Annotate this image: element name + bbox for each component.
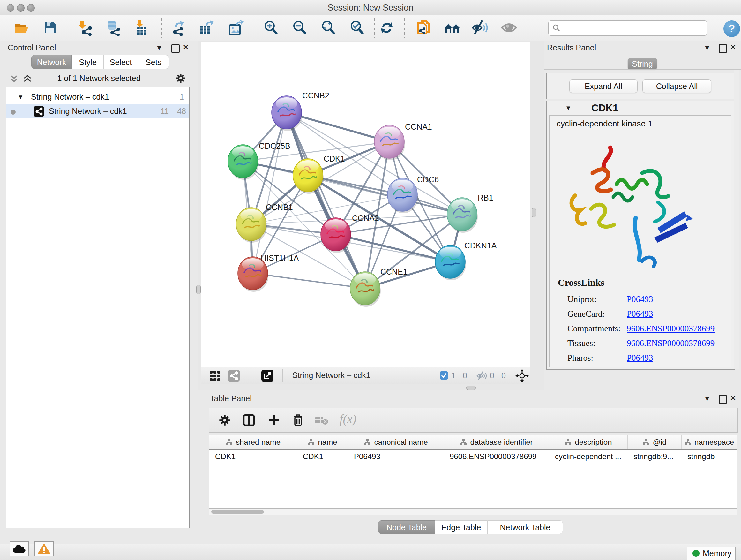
hidden-eye-slash-icon[interactable]	[476, 371, 487, 382]
tab-sets[interactable]: Sets	[138, 55, 169, 69]
crosslink-value-link[interactable]: 9606.ENSP00000378699	[627, 338, 715, 348]
entry-expander-icon[interactable]: ▼	[565, 105, 571, 112]
table-cell[interactable]: CDK1	[297, 449, 348, 463]
grid-view-icon[interactable]	[209, 370, 220, 383]
node-cdc6[interactable]: CDC6	[387, 175, 439, 213]
memory-button[interactable]: Memory	[687, 547, 736, 560]
tab-network-table[interactable]: Network Table	[487, 520, 563, 534]
function-builder-icon-disabled[interactable]: f(x)	[340, 412, 356, 426]
crosslink-value-link[interactable]: P06493	[627, 353, 653, 363]
column-header-description[interactable]: description	[549, 435, 628, 449]
birds-eye-toggle-icon[interactable]	[515, 369, 529, 384]
table-panel-menu-icon[interactable]: ▼	[703, 394, 711, 403]
tab-node-table[interactable]: Node Table	[378, 520, 435, 534]
zoom-out-button[interactable]	[292, 20, 308, 36]
delete-table-icon-disabled[interactable]	[315, 416, 329, 427]
network-options-gear-icon[interactable]	[175, 72, 186, 85]
network-canvas[interactable]: CCNB2CCNA1CDC25BCDK1CDC6RB1CCNB1CCNA2CDK…	[201, 43, 530, 367]
table-row[interactable]: CDK1CDK1P064939606.ENSP00000378699cyclin…	[209, 449, 737, 464]
table-cell[interactable]: stringdb:9...	[628, 449, 682, 463]
zoom-selected-button[interactable]	[349, 20, 365, 36]
table-panel-float-icon[interactable]	[719, 395, 727, 403]
export-network-button[interactable]	[171, 20, 186, 36]
left-splitter-handle[interactable]	[196, 285, 201, 294]
delete-column-trash-icon[interactable]	[292, 413, 305, 428]
search-input[interactable]	[548, 20, 707, 36]
crosslink-value-link[interactable]: P06493	[627, 294, 653, 304]
help-button[interactable]: ?	[724, 20, 740, 37]
table-settings-gear-icon[interactable]	[218, 414, 231, 428]
tab-network[interactable]: Network	[31, 55, 72, 69]
results-panel-float-icon[interactable]	[719, 44, 727, 53]
node-rb1[interactable]: RB1	[447, 193, 493, 233]
tab-style[interactable]: Style	[72, 55, 104, 69]
control-panel-close-icon[interactable]: ✕	[183, 43, 189, 52]
table-panel-close-icon[interactable]: ✕	[730, 394, 736, 402]
column-header-name[interactable]: name	[297, 435, 348, 449]
node-cdkn1a[interactable]: CDKN1A	[435, 241, 497, 280]
save-session-button[interactable]	[42, 20, 58, 36]
network-graph[interactable]: CCNB2CCNA1CDC25BCDK1CDC6RB1CCNB1CCNA2CDK…	[201, 43, 530, 367]
table-horizontal-scrollbar[interactable]	[209, 509, 737, 515]
tab-select[interactable]: Select	[104, 55, 138, 69]
hide-eye-button[interactable]	[471, 20, 487, 36]
collapse-all-networks-icon[interactable]	[10, 74, 18, 84]
cloud-button[interactable]	[10, 542, 29, 556]
warning-button[interactable]	[35, 542, 54, 556]
expand-all-button[interactable]: Expand All	[569, 79, 637, 93]
control-panel-menu-icon[interactable]: ▼	[155, 43, 163, 52]
column-header--id[interactable]: @id	[628, 435, 682, 449]
bottom-splitter-handle[interactable]	[466, 386, 476, 390]
zoom-in-button[interactable]	[263, 20, 279, 36]
results-vertical-scrollbar[interactable]	[734, 70, 739, 369]
node-cdk1[interactable]: CDK1	[293, 154, 345, 194]
node-hist1h1a[interactable]: HIST1H1A	[238, 253, 299, 292]
control-panel-float-icon[interactable]	[172, 44, 180, 53]
network-file-share-button[interactable]	[415, 20, 431, 36]
table-cell[interactable]: stringdb	[682, 449, 737, 463]
tab-edge-table[interactable]: Edge Table	[435, 520, 487, 534]
scrollbar-thumb[interactable]	[211, 510, 264, 514]
column-header-canonical-name[interactable]: canonical name	[348, 435, 444, 449]
expand-all-networks-icon[interactable]	[23, 74, 32, 84]
table-cell[interactable]: CDK1	[209, 449, 297, 463]
column-header-database-identifier[interactable]: database identifier	[444, 435, 549, 449]
table-cell[interactable]: P06493	[348, 449, 444, 463]
crosslink-value-link[interactable]: 9606.ENSP00000378699	[627, 324, 715, 334]
edge-hist1h1a-ccne1[interactable]	[253, 273, 365, 288]
import-table-file-button[interactable]	[134, 20, 150, 36]
right-splitter-handle[interactable]	[532, 208, 536, 217]
selected-checkbox-icon[interactable]	[440, 371, 448, 380]
node-label: CDK1	[324, 154, 345, 163]
open-in-window-icon[interactable]	[261, 370, 273, 382]
collapse-all-button[interactable]: Collapse All	[643, 79, 711, 93]
show-columns-icon[interactable]	[243, 414, 255, 428]
crosslink-value-link[interactable]: P06493	[627, 309, 653, 319]
export-image-button[interactable]	[228, 20, 244, 36]
homes-button[interactable]	[444, 20, 460, 36]
network-view-share-icon[interactable]	[228, 370, 240, 382]
search-field[interactable]	[563, 22, 705, 34]
node-ccne1[interactable]: CCNE1	[350, 267, 408, 307]
zoom-fit-button[interactable]	[320, 20, 336, 36]
create-column-plus-icon[interactable]	[267, 414, 280, 428]
import-network-database-button[interactable]	[105, 20, 121, 36]
column-header-namespace[interactable]: namespace	[682, 435, 737, 449]
node-ccnb2[interactable]: CCNB2	[272, 91, 329, 131]
import-network-file-button[interactable]	[78, 20, 94, 36]
title-bar: Session: New Session	[0, 0, 741, 16]
show-eye-button[interactable]	[500, 20, 516, 36]
export-table-button[interactable]	[198, 20, 214, 36]
network-collection-row[interactable]: ▼ String Network – cdk1 1	[6, 90, 189, 104]
network-row-selected[interactable]: String Network – cdk1 11 48	[6, 104, 189, 118]
edge-ccnb2-hist1h1a[interactable]	[253, 112, 286, 273]
results-panel-menu-icon[interactable]: ▼	[703, 43, 711, 52]
table-cell[interactable]: 9606.ENSP00000378699	[444, 449, 549, 463]
refresh-button[interactable]	[379, 20, 395, 36]
table-cell[interactable]: cyclin-dependent ...	[549, 449, 628, 463]
collection-expander-icon[interactable]: ▼	[17, 90, 23, 104]
open-session-button[interactable]	[13, 20, 29, 36]
tab-string[interactable]: String	[628, 58, 657, 70]
results-panel-close-icon[interactable]: ✕	[730, 43, 736, 52]
column-header-shared-name[interactable]: shared name	[209, 435, 297, 449]
